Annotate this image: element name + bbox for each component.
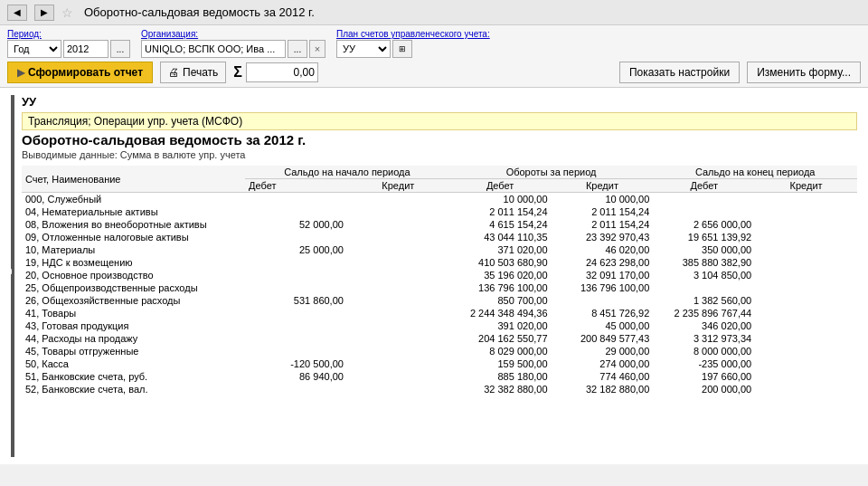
table-row: 000, Служебный10 000,0010 000,00 xyxy=(22,193,857,206)
title-bar: ◀ ▶ ☆ Оборотно-сальдовая ведомость за 20… xyxy=(0,0,868,25)
period-group: Период: Год ... xyxy=(7,29,130,58)
account-type: УУ xyxy=(22,95,857,109)
report-note: Выводимые данные: Сумма в валюте упр. уч… xyxy=(22,149,857,160)
table-row: 04, Нематериальные активы2 011 154,242 0… xyxy=(22,205,857,218)
back-button[interactable]: ◀ xyxy=(7,5,27,21)
translation-note: Трансляция; Операции упр. учета (МСФО) xyxy=(22,112,857,130)
period-year-input[interactable] xyxy=(63,40,108,58)
table-row: 41, Товары2 244 348 494,368 451 726,922 … xyxy=(22,307,857,319)
window-title: Оборотно-сальдовая ведомость за 2012 г. xyxy=(84,5,315,19)
col-header-close-credit: Кредит xyxy=(755,179,857,193)
col-header-open: Сальдо на начало периода xyxy=(245,166,449,179)
plan-label[interactable]: План счетов управленческого учета: xyxy=(336,29,490,39)
table-row: 26, Общехозяйственные расходы531 860,008… xyxy=(22,294,857,307)
plan-group: План счетов управленческого учета: УУ ⊞ xyxy=(336,29,490,58)
table-row: 44, Расходы на продажу204 162 550,77200 … xyxy=(22,332,857,345)
period-select[interactable]: Год xyxy=(7,40,61,58)
sidebar-top: Top xyxy=(11,95,14,457)
col-header-account: Счет, Наименование xyxy=(22,166,245,193)
sigma-symbol: Σ xyxy=(233,64,242,81)
org-input[interactable] xyxy=(141,40,286,58)
table-row: 10, Материалы25 000,00371 020,0046 020,0… xyxy=(22,243,857,256)
play-icon: ▶ xyxy=(17,67,24,79)
settings-button[interactable]: Показать настройки xyxy=(619,62,740,83)
forward-button[interactable]: ▶ xyxy=(34,5,54,21)
print-button[interactable]: 🖨 Печать xyxy=(160,62,226,83)
change-form-button[interactable]: Изменить форму... xyxy=(747,62,861,83)
table-row: 51, Банковские счета, руб.86 940,00885 1… xyxy=(22,370,857,383)
favorite-icon[interactable]: ☆ xyxy=(61,5,73,20)
col-header-close-debit: Дебет xyxy=(653,179,755,193)
period-dots-button[interactable]: ... xyxy=(110,40,130,58)
org-clear-button[interactable]: × xyxy=(309,40,326,58)
col-header-open-debit: Дебет xyxy=(245,179,347,193)
org-controls: ... × xyxy=(141,40,326,58)
table-row: 43, Готовая продукция391 020,0045 000,00… xyxy=(22,319,857,332)
col-header-open-credit: Кредит xyxy=(347,179,449,193)
col-header-close: Сальдо на конец периода xyxy=(653,166,857,179)
report-area: УУ Трансляция; Операции упр. учета (МСФО… xyxy=(22,95,857,457)
period-label[interactable]: Период: xyxy=(7,29,130,39)
toolbar: Период: Год ... Организация: ... × План … xyxy=(0,25,868,88)
actions-row: ▶ Сформировать отчет 🖨 Печать Σ Показать… xyxy=(7,62,861,83)
org-group: Организация: ... × xyxy=(141,29,326,58)
plan-controls: УУ ⊞ xyxy=(336,40,490,58)
org-label[interactable]: Организация: xyxy=(141,29,326,39)
print-icon: 🖨 xyxy=(168,66,179,79)
col-header-turn-debit: Дебет xyxy=(449,179,552,193)
sigma-input[interactable] xyxy=(246,62,318,82)
table-row: 09, Отложенные налоговые активы43 044 11… xyxy=(22,231,857,243)
table-row: 19, НДС к возмещению410 503 680,9024 623… xyxy=(22,256,857,269)
col-header-turn-credit: Кредит xyxy=(552,179,654,193)
col-header-turn: Обороты за период xyxy=(449,166,654,179)
table-row: 08, Вложения во внеоборотные активы52 00… xyxy=(22,218,857,231)
table-row: 52, Банковские счета, вал.32 382 880,003… xyxy=(22,383,857,395)
table-row: 50, Касса-120 500,00159 500,00274 000,00… xyxy=(22,357,857,370)
plan-open-button[interactable]: ⊞ xyxy=(392,40,412,58)
params-row: Период: Год ... Организация: ... × План … xyxy=(7,29,861,58)
plan-select[interactable]: УУ xyxy=(336,40,391,58)
table-row: 25, Общепроизводственные расходы136 796 … xyxy=(22,281,857,294)
generate-label: Сформировать отчет xyxy=(28,66,143,79)
report-table: Счет, Наименование Сальдо на начало пери… xyxy=(22,166,857,395)
table-row: 45, Товары отгруженные8 029 000,0029 000… xyxy=(22,345,857,357)
report-title: Оборотно-сальдовая ведомость за 2012 г. xyxy=(22,132,857,148)
content: Top УУ Трансляция; Операции упр. учета (… xyxy=(0,88,868,464)
sigma-area: Σ xyxy=(233,62,318,82)
period-controls: Год ... xyxy=(7,40,130,58)
org-dots-button[interactable]: ... xyxy=(288,40,307,58)
table-row: 20, Основное производство35 196 020,0032… xyxy=(22,269,857,281)
print-label: Печать xyxy=(183,66,218,79)
generate-button[interactable]: ▶ Сформировать отчет xyxy=(7,62,153,83)
